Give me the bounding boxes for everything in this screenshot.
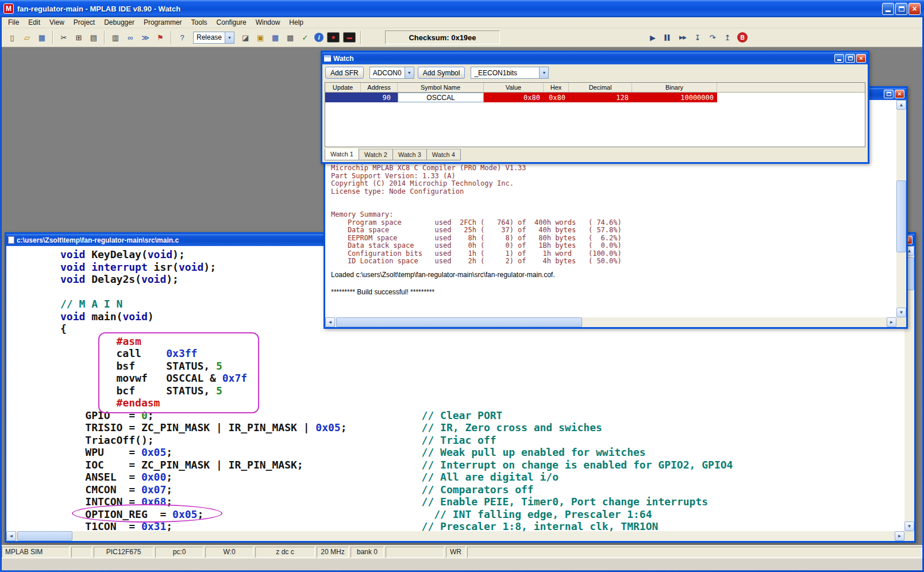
cell-symbol-name[interactable]: OSCCAL (398, 93, 484, 102)
open-project-icon[interactable]: ▣ (253, 31, 267, 44)
new-file-icon[interactable]: ▯ (5, 31, 19, 44)
watch-restore-button[interactable] (845, 54, 855, 63)
step-out-icon[interactable]: ↥ (721, 31, 734, 44)
watch-window-icon (324, 55, 331, 62)
scroll-down-icon[interactable]: ▼ (896, 308, 906, 317)
watch-row[interactable]: 90 OSCCAL 0x80 0x80 128 10000000 (325, 93, 865, 102)
watch-tab-4[interactable]: Watch 4 (426, 149, 461, 160)
annotation-option-reg-ellipse (72, 504, 222, 523)
step-over-icon[interactable]: ↷ (706, 31, 719, 44)
minimize-button[interactable] (882, 3, 894, 15)
column-header-binary[interactable]: Binary (632, 83, 717, 93)
output-hscrollbar[interactable]: ◄ ► (325, 317, 896, 327)
watch-tab-2[interactable]: Watch 2 (359, 149, 393, 160)
watch-titlebar[interactable]: Watch × (322, 52, 868, 64)
output-vscrollbar[interactable]: ▲ ▼ (896, 100, 906, 317)
watch-minimize-button[interactable] (834, 54, 844, 63)
scroll-right-icon[interactable]: ► (895, 531, 904, 541)
editor-hscroll-thumb[interactable] (17, 531, 72, 541)
breakpoints-icon[interactable]: B (737, 32, 748, 43)
cell-decimal[interactable]: 128 (569, 93, 632, 102)
copy-icon[interactable]: ⊞ (72, 31, 86, 44)
build-options-icon[interactable]: ▩ (283, 31, 297, 44)
toolbar-separator (52, 31, 53, 44)
output-vscroll-thumb[interactable] (896, 181, 906, 252)
output-hscroll-thumb[interactable] (336, 317, 582, 327)
open-file-icon[interactable]: ▱ (20, 31, 34, 44)
output-window-controls: × (883, 90, 904, 98)
maximize-button[interactable] (895, 3, 907, 15)
column-header-value[interactable]: Value (484, 83, 544, 93)
menu-window[interactable]: Window (251, 17, 285, 28)
release-combo[interactable]: Release ▼ (193, 32, 234, 44)
bookmark-icon[interactable]: ⚑ (153, 31, 167, 44)
window-frame-left[interactable] (0, 17, 2, 572)
column-header-address[interactable]: Address (361, 83, 398, 93)
help-icon[interactable]: ? (175, 31, 189, 44)
output-close-button[interactable]: × (895, 90, 904, 98)
symbol-combo-dropdown-icon[interactable]: ▼ (539, 67, 548, 78)
menu-programmer[interactable]: Programmer (139, 17, 187, 28)
save-workspace-icon[interactable]: ▦ (268, 31, 282, 44)
menu-debugger[interactable]: Debugger (99, 17, 139, 28)
cell-hex[interactable]: 0x80 (544, 93, 569, 102)
cut-icon[interactable]: ✂ (57, 31, 71, 44)
print-icon[interactable]: ▥ (109, 31, 122, 44)
save-file-icon[interactable]: ▦ (35, 31, 49, 44)
column-header-update[interactable]: Update (325, 83, 361, 93)
sfr-combo-dropdown-icon[interactable]: ▼ (405, 67, 414, 78)
new-project-icon[interactable]: ◪ (238, 31, 252, 44)
scroll-down-icon[interactable]: ▼ (904, 521, 914, 531)
menu-help[interactable]: Help (284, 17, 308, 28)
scroll-left-icon[interactable]: ◄ (6, 531, 16, 541)
halt-icon[interactable]: ▌▌ (661, 31, 675, 44)
column-header-symbol-name[interactable]: Symbol Name (398, 83, 484, 93)
find-next-icon[interactable]: ≫ (138, 31, 152, 44)
cell-binary[interactable]: 10000000 (632, 93, 717, 102)
step-into-icon[interactable]: ↧ (691, 31, 704, 44)
menu-file[interactable]: File (3, 17, 24, 28)
output-restore-button[interactable] (884, 90, 894, 98)
find-icon[interactable]: ∞ (124, 31, 137, 44)
menu-edit[interactable]: Edit (24, 17, 45, 28)
erase-device-icon[interactable]: ▬ (343, 32, 356, 43)
watch-tab-1[interactable]: Watch 1 (325, 148, 359, 160)
menu-view[interactable]: View (45, 17, 69, 28)
paste-icon[interactable]: ▤ (87, 31, 101, 44)
release-combo-value: Release (194, 33, 225, 41)
program-device-icon[interactable]: ■ (327, 32, 340, 43)
watch-tab-3[interactable]: Watch 3 (392, 149, 427, 160)
titlebar[interactable]: M fan-regulator-main - MPLAB IDE v8.90 -… (0, 0, 924, 17)
column-header-hex[interactable]: Hex (544, 83, 569, 93)
add-symbol-button[interactable]: Add Symbol (418, 67, 465, 79)
make-icon[interactable]: ✓ (298, 31, 312, 44)
minimize-icon (837, 59, 841, 61)
status-sim: MPLAB SIM (2, 547, 70, 558)
code-line: WPU = 0x05; // Weak pull up enabled for … (60, 446, 904, 459)
cell-address[interactable]: 90 (361, 93, 398, 102)
toolbar-separator (104, 31, 105, 44)
column-header-decimal[interactable]: Decimal (569, 83, 632, 93)
menu-configure[interactable]: Configure (212, 17, 251, 28)
release-dropdown-icon[interactable]: ▼ (225, 32, 234, 43)
menu-project[interactable]: Project (69, 17, 99, 28)
scroll-right-icon[interactable]: ► (887, 317, 896, 327)
run-icon[interactable]: ▶ (646, 31, 660, 44)
project-info-icon[interactable]: i (314, 33, 324, 42)
close-button[interactable]: × (908, 3, 921, 15)
menu-tools[interactable]: Tools (187, 17, 212, 28)
cell-value[interactable]: 0x80 (484, 93, 544, 102)
watch-close-button[interactable]: × (856, 54, 866, 63)
scroll-up-icon[interactable]: ▲ (896, 100, 906, 110)
watch-table: UpdateAddressSymbol NameValueHexDecimalB… (325, 82, 865, 147)
toolbar-file-group: ▯▱▦✂⊞▤▥∞≫⚑? (5, 31, 190, 44)
editor-hscrollbar[interactable]: ◄ ► (6, 531, 904, 541)
cell-update[interactable] (325, 93, 361, 102)
sfr-combo[interactable]: ADCON0 ▼ (369, 67, 414, 79)
output-build-text: Microchip MPLAB XC8 C Compiler (PRO Mode… (331, 164, 892, 266)
scroll-left-icon[interactable]: ◄ (325, 317, 335, 327)
symbol-combo[interactable]: _EECON1bits ▼ (471, 67, 549, 79)
add-sfr-button[interactable]: Add SFR (325, 67, 364, 79)
animate-icon[interactable]: ▶▶ (676, 31, 690, 44)
cell-filler (717, 93, 865, 102)
